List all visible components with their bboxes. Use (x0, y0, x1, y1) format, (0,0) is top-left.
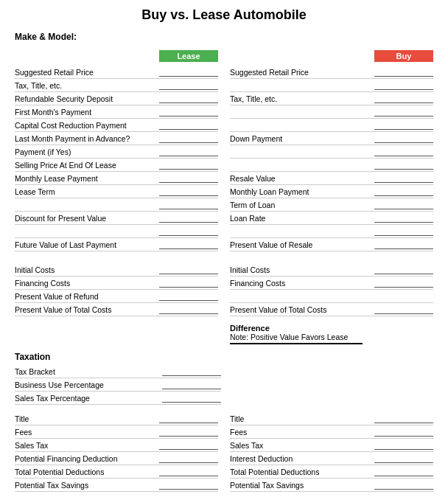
buy-tax-input-5[interactable] (374, 480, 433, 490)
buy-field-7 (230, 159, 433, 172)
lease-input-0[interactable] (159, 67, 218, 77)
lease-input-7[interactable] (159, 160, 218, 170)
buy-field-9: Monthly Loan Payment (230, 185, 433, 198)
summary-grid: Initial Costs Financing Costs Present Va… (15, 263, 433, 344)
lease-tax-0: Title (15, 412, 218, 425)
lease-tax-input-2[interactable] (159, 440, 218, 450)
bottom-tax-grid: Title Fees Sales Tax Potential Financing… (15, 412, 433, 492)
buy-input-3[interactable] (374, 107, 433, 117)
lease-tax-input-0[interactable] (159, 414, 218, 423)
buy-input-11[interactable] (374, 213, 433, 223)
buy-field-1 (230, 79, 433, 92)
buy-tax-input-1[interactable] (374, 427, 433, 437)
buy-field-0: Suggested Retail Price (230, 66, 433, 79)
buy-input-9[interactable] (374, 187, 433, 196)
lease-field-8: Monthly Lease Payment (15, 172, 218, 185)
buy-field-8: Resale Value (230, 172, 433, 185)
lease-tax-input-4[interactable] (159, 467, 218, 476)
lease-input-13[interactable] (159, 240, 218, 249)
tax-input-0[interactable] (162, 366, 221, 376)
lease-field-4: Capital Cost Reduction Payment (15, 119, 218, 132)
lease-input-5[interactable] (159, 133, 218, 143)
lease-tax-column: Title Fees Sales Tax Potential Financing… (15, 412, 218, 492)
lease-field-6: Payment (if Yes) (15, 145, 218, 159)
buy-tax-input-2[interactable] (374, 440, 433, 450)
lease-summary-input-0[interactable] (159, 265, 218, 274)
buy-summary-3: Present Value of Total Costs (230, 303, 433, 316)
lease-input-8[interactable] (159, 173, 218, 183)
buy-input-2[interactable] (374, 94, 433, 103)
buy-input-0[interactable] (374, 67, 433, 77)
buy-header: Buy (374, 50, 433, 62)
lease-field-7: Selling Price At End Of Lease (15, 159, 218, 172)
lease-input-1[interactable] (159, 80, 218, 90)
lease-summary-0: Initial Costs (15, 263, 218, 277)
lease-field-3: First Month's Payment (15, 105, 218, 119)
taxation-title: Taxation (15, 352, 433, 362)
tax-input-1[interactable] (162, 380, 221, 389)
lease-input-11[interactable] (159, 213, 218, 223)
taxation-section: Taxation Tax Bracket Business Use Percen… (15, 352, 433, 405)
buy-summary-input-3[interactable] (374, 305, 433, 314)
buy-input-10[interactable] (374, 200, 433, 209)
buy-tax-column: Title Fees Sales Tax Interest Deduction … (230, 412, 433, 492)
buy-tax-3: Interest Deduction (230, 452, 433, 465)
buy-field-3 (230, 105, 433, 119)
buy-summary-2 (230, 290, 433, 303)
lease-tax-3: Potential Financing Deduction (15, 452, 218, 465)
buy-field-6 (230, 145, 433, 159)
lease-input-4[interactable] (159, 120, 218, 130)
buy-tax-4: Total Potential Deductions (230, 465, 433, 479)
buy-field-12 (230, 225, 433, 238)
buy-input-12[interactable] (374, 226, 433, 236)
buy-column: Buy Suggested Retail Price Tax, Title, e… (230, 49, 433, 251)
buy-input-1[interactable] (374, 80, 433, 90)
lease-tax-input-1[interactable] (159, 427, 218, 437)
buy-input-13[interactable] (374, 240, 433, 249)
buy-field-5: Down Payment (230, 132, 433, 145)
buy-summary-0: Initial Costs (230, 263, 433, 277)
buy-input-7[interactable] (374, 160, 433, 170)
buy-summary-input-1[interactable] (374, 278, 433, 288)
lease-input-6[interactable] (159, 147, 218, 156)
lease-summary-input-3[interactable] (159, 305, 218, 314)
lease-input-9[interactable] (159, 187, 218, 196)
lease-tax-input-3[interactable] (159, 453, 218, 463)
difference-title: Difference (230, 324, 270, 333)
lease-input-3[interactable] (159, 107, 218, 117)
buy-summary-difference: Initial Costs Financing Costs Present Va… (230, 263, 433, 344)
buy-field-4 (230, 119, 433, 132)
difference-note: Note: Positive Value Favors Lease (230, 333, 348, 341)
buy-input-8[interactable] (374, 173, 433, 183)
buy-input-5[interactable] (374, 133, 433, 143)
lease-input-10[interactable] (159, 200, 218, 209)
buy-summary-1: Financing Costs (230, 277, 433, 290)
buy-field-10: Term of Loan (230, 198, 433, 212)
lease-summary-input-1[interactable] (159, 278, 218, 288)
buy-input-6[interactable] (374, 147, 433, 156)
lease-input-12[interactable] (159, 226, 218, 236)
buy-tax-input-4[interactable] (374, 467, 433, 476)
lease-header-row: Lease (15, 49, 218, 64)
tax-field-0: Tax Bracket (15, 365, 221, 378)
buy-summary-input-0[interactable] (374, 265, 433, 274)
lease-field-11: Discount for Present Value (15, 212, 218, 225)
buy-tax-0: Title (230, 412, 433, 425)
buy-tax-input-0[interactable] (374, 414, 433, 423)
lease-field-2: Refundable Security Deposit (15, 92, 218, 105)
lease-tax-1: Fees (15, 425, 218, 439)
lease-field-13: Future Value of Last Payment (15, 238, 218, 251)
buy-field-13: Present Value of Resale (230, 238, 433, 251)
buy-input-4[interactable] (374, 120, 433, 130)
tax-field-1: Business Use Percentage (15, 378, 221, 392)
lease-tax-5: Potential Tax Savings (15, 479, 218, 492)
lease-input-2[interactable] (159, 94, 218, 103)
main-comparison-grid: Lease Suggested Retail Price Tax, Title,… (15, 49, 433, 251)
lease-summary-input-2[interactable] (159, 291, 218, 301)
lease-tax-input-5[interactable] (159, 480, 218, 490)
lease-column: Lease Suggested Retail Price Tax, Title,… (15, 49, 218, 251)
buy-tax-input-3[interactable] (374, 453, 433, 463)
tax-input-2[interactable] (162, 393, 221, 403)
buy-tax-5: Potential Tax Savings (230, 479, 433, 492)
lease-tax-4: Total Potential Deductions (15, 465, 218, 479)
